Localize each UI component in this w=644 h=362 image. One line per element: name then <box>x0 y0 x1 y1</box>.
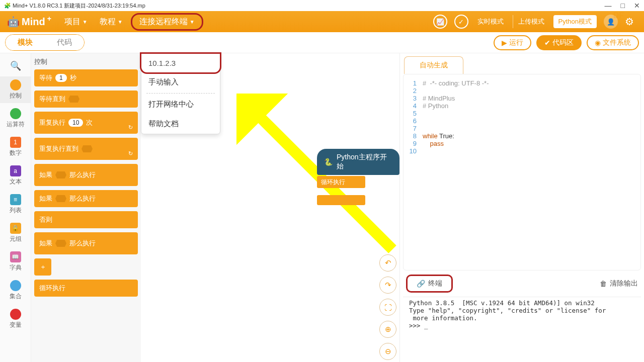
trash-icon: 🗑 <box>600 280 607 288</box>
maximize-button[interactable]: □ <box>621 2 625 10</box>
python-icon: 🐍 <box>324 158 333 166</box>
block-palette: 控制 等待1秒 等待直到 重复执行10次↻ 重复执行直到↻ 如果那么执行 如果那… <box>31 53 141 362</box>
run-button[interactable]: ▶运行 <box>494 35 531 50</box>
cat-number[interactable]: 1数字 <box>0 134 31 160</box>
right-panel: 自动生成 1# -*- coding: UTF-8 -*-23# MindPlu… <box>399 53 644 362</box>
app-logo[interactable]: 🤖Mind+ <box>7 16 51 28</box>
connect-dropdown: 10.1.2.3 手动输入 打开网络中心 帮助文档 <box>141 53 220 134</box>
stage-canvas[interactable]: 10.1.2.3 手动输入 打开网络中心 帮助文档 🐍Python主程序开始 循… <box>141 53 399 362</box>
block-if[interactable]: 如果那么执行 <box>34 164 138 186</box>
palette-title: 控制 <box>34 57 138 66</box>
window-titlebar: 🧩 Mind+ V1.8.0 RC3.1 新建项目-2024/8/31-23:1… <box>0 0 644 11</box>
cat-tuple[interactable]: 🔒元组 <box>0 220 31 246</box>
minimize-button[interactable]: — <box>605 2 612 10</box>
search-button[interactable]: 🔍 <box>0 57 31 74</box>
stage-script[interactable]: 🐍Python主程序开始 循环执行 <box>317 149 399 205</box>
dropdown-ip[interactable]: 10.1.2.3 <box>140 52 221 74</box>
redo-button[interactable]: ↷ <box>379 277 396 294</box>
block-python-start: 🐍Python主程序开始 <box>317 149 399 175</box>
block-wait[interactable]: 等待1秒 <box>34 69 138 86</box>
block-loop-body <box>317 195 365 205</box>
terminal-output[interactable]: Python 3.8.5 [MSC v.1924 64 bit AMD64)] … <box>403 297 641 362</box>
block-repeat[interactable]: 重复执行10次↻ <box>34 112 138 134</box>
view-switch: 模块 代码 <box>5 34 85 51</box>
clear-output-button[interactable]: 🗑清除输出 <box>600 279 638 288</box>
cat-operators[interactable]: 运算符 <box>0 105 31 132</box>
link-icon: 🔗 <box>417 280 425 288</box>
chevron-down-icon: ▼ <box>83 19 88 25</box>
top-toolbar: 🤖Mind+ 项目▼ 教程▼ 连接远程终端▼ 📈 ✓ 实时模式 上传模式 Pyt… <box>0 11 644 32</box>
tab-blocks[interactable]: 模块 <box>6 35 45 50</box>
code-editor[interactable]: 1# -*- coding: UTF-8 -*-23# MindPlus4# P… <box>403 74 641 270</box>
search-icon: 🔍 <box>10 60 21 71</box>
mode-python[interactable]: Python模式 <box>553 15 597 28</box>
category-rail: 🔍 控制 运算符 1数字 a文本 ≡列表 🔒元组 📖字典 集合 变量 <box>0 53 31 362</box>
block-repeat-until[interactable]: 重复执行直到↻ <box>34 138 138 160</box>
cat-set[interactable]: 集合 <box>0 277 31 304</box>
cat-dict[interactable]: 📖字典 <box>0 248 31 275</box>
block-forever[interactable]: 循环执行 <box>34 280 138 297</box>
zoom-in-button[interactable]: ⊕ <box>379 321 396 338</box>
menu-project[interactable]: 项目▼ <box>60 13 92 31</box>
loop-icon: ↻ <box>128 150 133 157</box>
chevron-down-icon: ▼ <box>190 19 195 25</box>
dropdown-netcenter[interactable]: 打开网络中心 <box>141 95 220 114</box>
chevron-down-icon: ▼ <box>118 19 123 25</box>
block-if-else[interactable]: 如果那么执行 <box>34 190 138 207</box>
cat-control[interactable]: 控制 <box>0 76 31 103</box>
filesystem-button[interactable]: ◉文件系统 <box>587 35 639 50</box>
code-icon: ✔ <box>544 39 550 47</box>
tab-autogen[interactable]: 自动生成 <box>404 56 463 74</box>
block-wait-until[interactable]: 等待直到 <box>34 90 138 108</box>
gear-icon[interactable]: ⚙ <box>625 16 637 28</box>
loop-icon: ↻ <box>128 124 133 131</box>
chart-icon[interactable]: 📈 <box>433 15 447 29</box>
cat-variable[interactable]: 变量 <box>0 306 31 332</box>
mode-upload[interactable]: 上传模式 <box>513 15 546 28</box>
sub-toolbar: 模块 代码 ▶运行 ✔代码区 ◉文件系统 <box>0 32 644 53</box>
check-icon[interactable]: ✓ <box>454 15 468 29</box>
dropdown-manual[interactable]: 手动输入 <box>141 72 220 92</box>
terminal-tab[interactable]: 🔗终端 <box>406 275 453 293</box>
block-add[interactable]: ＋ <box>34 258 51 276</box>
app-icon: 🧩 <box>4 3 11 9</box>
play-icon: ▶ <box>502 39 507 47</box>
mode-realtime[interactable]: 实时模式 <box>475 15 506 28</box>
zoom-out-button[interactable]: ⊖ <box>379 343 396 360</box>
dropdown-help[interactable]: 帮助文档 <box>141 114 220 134</box>
undo-button[interactable]: ↶ <box>379 254 396 272</box>
block-else[interactable]: 否则 <box>34 211 138 228</box>
folder-icon: ◉ <box>595 39 601 47</box>
codearea-button[interactable]: ✔代码区 <box>536 35 582 50</box>
tab-code[interactable]: 代码 <box>45 35 84 50</box>
cat-list[interactable]: ≡列表 <box>0 191 31 218</box>
menu-tutorial[interactable]: 教程▼ <box>96 13 127 31</box>
block-loop-exec: 循环执行 <box>317 176 365 188</box>
avatar-icon[interactable]: 👤 <box>604 15 618 29</box>
center-button[interactable]: ⛶ <box>379 299 396 316</box>
window-title: Mind+ V1.8.0 RC3.1 新建项目-2024/8/31-23:19:… <box>13 2 145 10</box>
block-if2[interactable]: 如果那么执行 <box>34 232 138 254</box>
close-button[interactable]: ✕ <box>634 2 640 10</box>
menu-connect-remote[interactable]: 连接远程终端▼ <box>131 13 203 31</box>
cat-text[interactable]: a文本 <box>0 162 31 189</box>
